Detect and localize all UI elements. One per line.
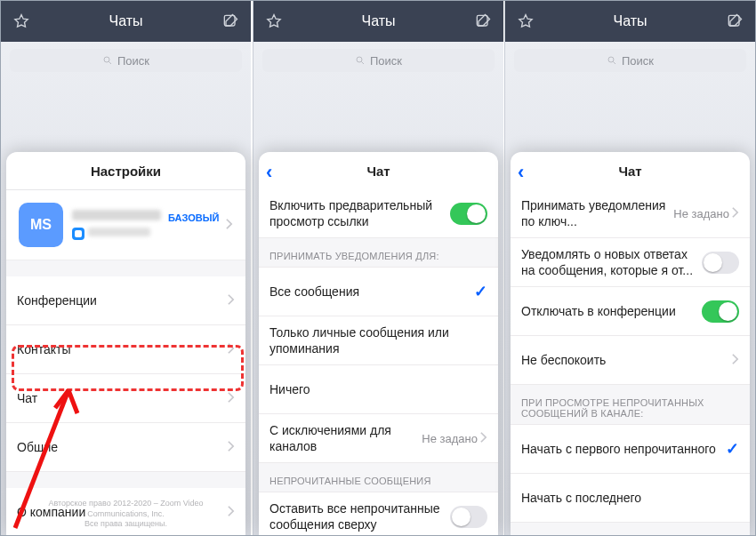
compose-icon[interactable] — [221, 12, 240, 31]
navbar: Чаты — [253, 1, 503, 42]
chevron-right-icon — [479, 431, 487, 446]
settings-sheet: Настройки MS БАЗОВЫЙ Конференции Контакт… — [6, 152, 245, 535]
zoom-icon — [72, 228, 84, 240]
svg-point-1 — [104, 57, 109, 62]
sheet-title: Чат — [618, 164, 641, 179]
opt-start-first[interactable]: Начать с первого непрочитанного✓ — [511, 425, 750, 474]
sheet-title: Настройки — [6, 152, 245, 190]
navbar: Чаты — [1, 1, 251, 42]
nav-title: Чаты — [284, 13, 473, 29]
blurred-email — [88, 228, 150, 236]
profile-row[interactable]: MS БАЗОВЫЙ — [6, 190, 245, 260]
star-icon[interactable] — [264, 12, 284, 31]
chevron-right-icon — [227, 391, 235, 406]
row-keyword-notify[interactable]: Принимать уведомления по ключ... Не зада… — [511, 189, 750, 238]
row-contacts[interactable]: Контакты — [6, 325, 245, 374]
compose-icon[interactable] — [473, 12, 493, 31]
search-input[interactable]: Поиск — [514, 49, 746, 72]
toggle[interactable] — [450, 506, 487, 528]
opt-start-last[interactable]: Начать с последнего — [511, 474, 750, 523]
toggle[interactable] — [702, 252, 739, 274]
opt-all-messages[interactable]: Все сообщения✓ — [259, 268, 498, 316]
nav-title: Чаты — [535, 13, 725, 29]
opt-channel-exceptions[interactable]: С исключениями для каналов Не задано — [259, 414, 498, 463]
opt-private[interactable]: Только личные сообщения или упоминания — [259, 316, 498, 365]
opt-none[interactable]: Ничего — [259, 365, 498, 414]
row-chat[interactable]: Чат — [6, 374, 245, 423]
row-dnd[interactable]: Не беспокоить — [511, 336, 750, 385]
chevron-right-icon — [227, 440, 235, 455]
row-reply-notify[interactable]: Уведомлять о новых ответах на сообщения,… — [511, 238, 750, 287]
chevron-right-icon — [227, 293, 235, 308]
svg-point-3 — [357, 57, 362, 62]
chevron-right-icon — [227, 342, 235, 357]
row-keep-unread-top[interactable]: Оставить все непрочитанные сообщения све… — [259, 492, 498, 535]
row-disable-in-conf[interactable]: Отключать в конференции — [511, 287, 750, 336]
back-button[interactable]: ‹ — [518, 161, 524, 184]
blurred-name — [72, 210, 161, 220]
avatar: MS — [19, 203, 63, 247]
section-notify: ПРИНИМАТЬ УВЕДОМЛЕНИЯ ДЛЯ: — [259, 238, 498, 268]
chevron-right-icon — [731, 206, 739, 221]
check-icon: ✓ — [726, 439, 739, 459]
row-conferences[interactable]: Конференции — [6, 276, 245, 325]
nav-title: Чаты — [31, 13, 221, 29]
navbar: Чаты — [505, 1, 755, 42]
row-general[interactable]: Общие — [6, 423, 245, 472]
plan-badge: БАЗОВЫЙ — [168, 212, 219, 223]
toggle-link-preview[interactable] — [450, 203, 487, 225]
star-icon[interactable] — [12, 12, 31, 31]
star-icon[interactable] — [516, 12, 535, 31]
svg-point-5 — [608, 57, 614, 62]
section-unread: НЕПРОЧИТАННЫЕ СООБЩЕНИЯ — [259, 463, 498, 492]
row-link-preview[interactable]: Включить предварительный просмотр ссылки — [259, 189, 498, 238]
chevron-right-icon — [731, 353, 739, 368]
section-unread-start: ПРИ ПРОСМОТРЕ НЕПРОЧИТАННЫХ СООБЩЕНИЙ В … — [511, 385, 750, 425]
toggle[interactable] — [702, 300, 739, 323]
copyright: Авторское право 2012-2020 – Zoom Video C… — [6, 499, 245, 530]
back-button[interactable]: ‹ — [266, 161, 272, 184]
chat-settings-sheet-2: ‹ Чат Принимать уведомления по ключ... Н… — [511, 152, 750, 535]
section-when-notify: КОГДА МЕНЯ УВЕДОМЛЯТЬ: — [511, 523, 750, 535]
compose-icon[interactable] — [725, 12, 744, 31]
check-icon: ✓ — [474, 282, 487, 301]
chevron-right-icon — [225, 218, 233, 233]
search-input[interactable]: Поиск — [10, 49, 242, 72]
chat-settings-sheet: ‹ Чат Включить предварительный просмотр … — [259, 152, 498, 535]
search-input[interactable]: Поиск — [262, 49, 495, 72]
sheet-title: Чат — [366, 164, 390, 179]
